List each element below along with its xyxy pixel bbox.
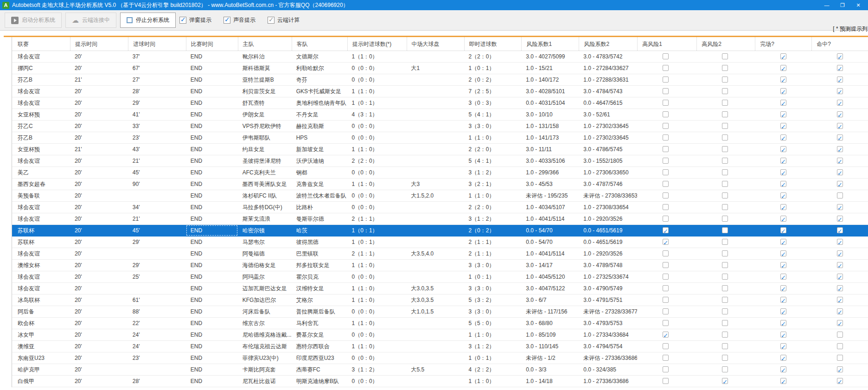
finished-checkbox[interactable] [780,77,786,83]
high-risk1-checkbox[interactable] [663,366,669,372]
finished-checkbox[interactable] [780,65,786,71]
finished-checkbox[interactable] [780,355,786,361]
table-row[interactable]: 球会友谊20'34'END马拉多特DG(中)比路朴0（0：0）2（2：0）1.0… [12,202,868,213]
table-row[interactable]: 挪丙C20'67'END斯科德斯莫利勒哈默尔0（0：0）大11（0：1）1.0 … [12,63,868,74]
hit-checkbox[interactable] [837,53,843,59]
high-risk1-checkbox[interactable] [663,297,669,303]
column-header-ht_over_line[interactable]: 中场大球盘 [407,37,464,51]
cloud-connecting-button[interactable]: ☁ 云端连接中 [65,13,116,28]
table-row[interactable]: 阿后备20'88'END河床后备队普拉腾斯后备队0（0：0）大1.0,1.53（… [12,306,868,318]
finished-checkbox[interactable] [780,146,786,152]
column-header-finished[interactable]: 完场? [755,37,811,51]
stop-analysis-button[interactable]: 停止分析系统 [120,13,176,28]
finished-checkbox[interactable] [780,216,786,222]
table-row[interactable]: 冰岛联杯20'61'ENDKFG加达巴尔艾格尔1（1：0）大3.0,3.55（3… [12,294,868,306]
finished-checkbox[interactable] [780,366,786,372]
table-row[interactable]: 芬乙B20'23'END伊韦斯耶队HPS0（0：0）1（1：0）1.0 - 14… [12,132,868,144]
column-header-home[interactable]: 主队 [238,37,292,51]
high-risk1-checkbox[interactable] [663,274,669,280]
high-risk1-checkbox[interactable] [663,250,669,256]
table-row[interactable]: 球会友谊20'25'END阿玛盖尔霍尔贝克0（0：0）1（0：1）1.0 - 4… [12,271,868,283]
hit-checkbox[interactable] [837,250,843,256]
hit-checkbox[interactable] [837,332,843,338]
finished-checkbox[interactable] [780,88,786,94]
high-risk2-checkbox[interactable] [722,239,728,245]
high-risk2-checkbox[interactable] [722,65,728,71]
high-risk2-checkbox[interactable] [722,274,728,280]
high-risk1-checkbox[interactable] [663,169,669,175]
sound-alert-checkbox[interactable]: 声音提示 [223,16,255,24]
table-row[interactable]: 澳维亚20'24'END布伦瑞克祖云达斯惠特尔西联合1（1：0）3（1：2）3.… [12,341,868,352]
high-risk2-checkbox[interactable] [722,192,728,198]
column-header-high_risk2[interactable]: 高风险2 [696,37,755,51]
table-row[interactable]: 苏联杯20'45'END哈密尔顿哈茨1（0：1）2（0：2）0.0 - 54/7… [12,225,868,237]
hit-checkbox[interactable] [837,227,843,233]
high-risk2-checkbox[interactable] [722,111,728,117]
finished-checkbox[interactable] [780,123,786,129]
hit-checkbox[interactable] [837,88,843,94]
high-risk2-checkbox[interactable] [722,343,728,349]
finished-checkbox[interactable] [780,308,786,314]
high-risk2-checkbox[interactable] [722,181,728,187]
table-row[interactable]: 球会友谊20'29'END舒瓦查特奥地利维也纳青年队1（0：1）3（0：3）0.… [12,97,868,109]
column-header-tip_time[interactable]: 提示时间 [70,37,128,51]
table-row[interactable]: 白俄甲20'28'END尼瓦杜比兹诺明斯克迪纳摩B队0（0：0）1（1：0）1.… [12,376,868,387]
high-risk2-checkbox[interactable] [722,378,728,384]
table-row[interactable]: 球会友谊20'21'END圣彼得堡泽尼特沃伊沃迪纳2（2：0）5（4：1）3.0… [12,155,868,167]
table-row[interactable]: 美预备联20'END洛杉矶FC II队波特兰伐木者后备队0（0：0）大1.5,2… [12,190,868,202]
minimize-icon[interactable]: — [819,0,835,10]
hit-checkbox[interactable] [837,100,843,106]
high-risk1-checkbox[interactable] [663,239,669,245]
high-risk1-checkbox[interactable] [663,123,669,129]
hit-checkbox[interactable] [837,65,843,71]
finished-checkbox[interactable] [780,158,786,164]
table-row[interactable]: 冰女甲20'24'END尼哈德维克格连戴...费基尔女足0（0：0）1（1：0）… [12,329,868,341]
high-risk2-checkbox[interactable] [722,216,728,222]
table-row[interactable]: 女亚杯预20'41'END伊朗女足不丹女足4（3：1）5（4：1）3.0 - 1… [12,109,868,121]
hit-checkbox[interactable] [837,216,843,222]
high-risk2-checkbox[interactable] [722,146,728,152]
high-risk2-checkbox[interactable] [722,262,728,268]
finished-checkbox[interactable] [780,320,786,326]
finished-checkbox[interactable] [780,169,786,175]
close-icon[interactable]: ✕ [850,0,866,10]
high-risk2-checkbox[interactable] [722,308,728,314]
cloud-compute-checkbox[interactable]: 云端计算 [268,16,300,24]
high-risk2-checkbox[interactable] [722,77,728,83]
popup-alert-checkbox[interactable]: 弹窗提示 [179,16,211,24]
finished-checkbox[interactable] [780,53,786,59]
high-risk2-checkbox[interactable] [722,285,728,291]
finished-checkbox[interactable] [780,285,786,291]
hit-checkbox[interactable] [837,297,843,303]
column-header-match_time[interactable]: 比赛时间 [186,37,238,51]
high-risk1-checkbox[interactable] [663,192,669,198]
hit-checkbox[interactable] [837,134,843,141]
hit-checkbox[interactable] [837,169,843,175]
high-risk2-checkbox[interactable] [722,297,728,303]
finished-checkbox[interactable] [780,181,786,187]
column-header-tip_score[interactable]: 提示时进球数(*) [347,37,407,51]
hit-checkbox[interactable] [837,123,843,129]
table-row[interactable]: 墨西女超春20'90'END墨西哥美洲队女足克鲁兹女足1（1：0）大33（2：1… [12,179,868,190]
table-row[interactable]: 澳维女杯20'29'END海德伯格女足邦多拉联女足1（1：0）3（3：0）3.0… [12,260,868,271]
start-analysis-button[interactable]: 启动分析系统 [5,13,62,28]
finished-checkbox[interactable] [780,239,786,245]
finished-checkbox[interactable] [780,111,786,117]
high-risk2-checkbox[interactable] [722,227,728,233]
high-risk1-checkbox[interactable] [663,181,669,187]
finished-checkbox[interactable] [780,134,786,141]
column-header-high_risk1[interactable]: 高风险1 [637,37,696,51]
high-risk1-checkbox[interactable] [663,355,669,361]
hit-checkbox[interactable] [837,378,843,384]
finished-checkbox[interactable] [780,343,786,349]
column-header-hit[interactable]: 命中? [811,37,868,51]
finished-checkbox[interactable] [780,192,786,198]
hit-checkbox[interactable] [837,239,843,245]
hit-checkbox[interactable] [837,192,843,198]
finished-checkbox[interactable] [780,297,786,303]
finished-checkbox[interactable] [780,332,786,338]
table-row[interactable]: 球会友谊20'END迈加瓦斯巴达女足汉维特女足1（1：0）大3.0,3.53（3… [12,283,868,294]
hit-checkbox[interactable] [837,146,843,152]
table-row[interactable]: 芬乙C20'33'ENDVPS乔尼欧伊特赫拉克勒斯0（0：0）3（3：0）1.0… [12,121,868,132]
finished-checkbox[interactable] [780,204,786,210]
